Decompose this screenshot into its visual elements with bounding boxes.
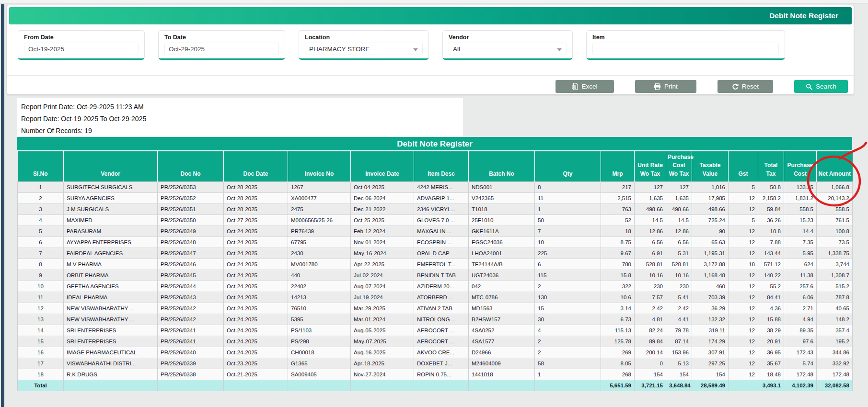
excel-button-label: Excel — [581, 83, 597, 90]
table-cell: 6.56 — [666, 237, 692, 248]
excel-button[interactable]: Excel — [556, 80, 614, 93]
table-cell: 58 — [535, 358, 601, 369]
table-cell: 11 — [18, 292, 64, 303]
table-cell: PR/2526/0345 — [158, 270, 224, 281]
table-cell: 9.67 — [601, 248, 635, 259]
table-cell: EGSC24036 — [469, 237, 535, 248]
search-button[interactable]: Search — [794, 80, 848, 93]
table-row: 1SURGITECH SURGICALSPR/2526/0353Oct-28-2… — [18, 182, 853, 193]
table-cell: 5.95 — [784, 248, 817, 259]
reset-button[interactable]: Reset — [718, 80, 773, 93]
vendor-select[interactable]: All — [449, 43, 567, 55]
table-cell: AKVOO CRE... — [414, 347, 469, 358]
item-input[interactable] — [592, 43, 779, 55]
table-cell: PR/2526/0353 — [158, 182, 224, 193]
table-cell: 10 — [18, 281, 64, 292]
location-label: Location — [305, 34, 423, 41]
table-cell: 100.8 — [817, 226, 853, 237]
table-cell: 571.12 — [758, 259, 784, 270]
table-cell: 79.78 — [666, 325, 692, 336]
table-cell: 12 — [729, 347, 758, 358]
from-date-input[interactable]: Oct-19-2025 — [24, 43, 139, 55]
search-icon — [806, 83, 812, 90]
table-cell: 13 — [18, 314, 64, 325]
table-cell: 12 — [729, 281, 758, 292]
table-cell: Oct-24-2025 — [224, 336, 288, 347]
table-cell: ORBIT PHARMA — [64, 270, 158, 281]
table-cell: CH00018 — [288, 347, 351, 358]
table-cell: Oct-24-2025 — [224, 237, 288, 248]
table-cell: B2HSW157 — [469, 314, 535, 325]
table-cell: 2,158.2 — [758, 193, 784, 204]
table-cell: PR/2526/0352 — [158, 193, 224, 204]
table-cell: 230 — [635, 281, 666, 292]
table-cell: 140.22 — [758, 270, 784, 281]
print-button[interactable]: Print — [635, 80, 696, 93]
table-cell: 12 — [729, 237, 758, 248]
table-cell: 1441018 — [469, 369, 535, 380]
column-header-invoice-no: Invoice No — [288, 151, 351, 182]
reset-button-label: Reset — [742, 83, 759, 90]
table-cell: 2 — [535, 336, 601, 347]
table-cell: 132.32 — [692, 314, 729, 325]
table-cell: MAXGALIN ... — [414, 226, 469, 237]
table-cell: NITROLONG ... — [414, 314, 469, 325]
table-cell: PR76439 — [288, 226, 351, 237]
data-table: Sl.NoVendorDoc NoDoc DateInvoice NoInvoi… — [17, 151, 853, 391]
table-cell: Oct-04-2025 — [351, 182, 414, 193]
table-cell: ATIVAN 2 TAB — [414, 303, 469, 314]
table-cell: PARASURAM — [64, 226, 158, 237]
table-cell: 153.96 — [666, 347, 692, 358]
table-row: 14SRI ENTERPRISESPR/2526/0341Oct-24-2025… — [18, 325, 853, 336]
table-row: 11IDEAL PHARMAPR/2526/0343Oct-24-2025142… — [18, 292, 853, 303]
table-cell: MTC-0786 — [469, 292, 535, 303]
table-cell: LHOA24001 — [469, 248, 535, 259]
table-cell: PR/2526/0350 — [158, 215, 224, 226]
table-cell: 3.14 — [601, 303, 635, 314]
table-cell: 2,515 — [601, 193, 635, 204]
table-cell: PR/2526/0344 — [158, 281, 224, 292]
table-cell: 154 — [666, 369, 692, 380]
to-date-input[interactable]: Oct-29-2025 — [164, 43, 279, 55]
table-cell: 257.6 — [784, 281, 817, 292]
table-cell: SRI ENTERPRISES — [64, 325, 158, 336]
table-cell: Aug-07-2024 — [351, 281, 414, 292]
table-cell: Oct-23-2025 — [224, 358, 288, 369]
table-cell: NEW VISWABHARATHY ... — [64, 303, 158, 314]
table-cell: 319.11 — [692, 325, 729, 336]
location-value: PHARMACY STORE — [309, 45, 370, 53]
table-cell: 3 — [18, 204, 64, 215]
table-cell: AEROCORT ... — [414, 336, 469, 347]
table-cell: 2430 — [288, 248, 351, 259]
table-cell: 4.81 — [635, 314, 666, 325]
table-cell: 1,635 — [635, 193, 666, 204]
record-count-value: 19 — [84, 127, 92, 135]
table-cell: 97.6 — [784, 336, 817, 347]
table-cell: 25F1010 — [469, 215, 535, 226]
total-cell: 28,589.49 — [692, 380, 729, 391]
table-cell: 0 — [635, 358, 666, 369]
filters-row: From Date Oct-19-2025 To Date Oct-29-202… — [7, 26, 854, 60]
table-cell: 787.8 — [817, 292, 853, 303]
table-cell: 36.29 — [692, 303, 729, 314]
total-cell — [535, 380, 601, 391]
table-cell: 7.88 — [758, 237, 784, 248]
column-header-invoice-date: Invoice Date — [351, 151, 414, 182]
total-cell — [351, 380, 414, 391]
table-cell: Oct-24-2025 — [224, 325, 288, 336]
table-cell: 4 — [18, 215, 64, 226]
table-cell: ADVAGRIP 1... — [414, 193, 469, 204]
table-cell: 1,168.48 — [692, 270, 729, 281]
table-cell: 115.13 — [601, 325, 635, 336]
table-row: 10GEETHA AGENCIESPR/2526/0344Oct-24-2025… — [18, 281, 853, 292]
table-cell: 307.91 — [692, 347, 729, 358]
table-cell: DOXEBET J... — [414, 358, 469, 369]
table-cell: PR/2526/0348 — [158, 237, 224, 248]
total-cell — [729, 380, 758, 391]
table-cell: IMAGE PHARMACEUTICAL — [64, 347, 158, 358]
table-cell: 6.56 — [635, 237, 666, 248]
location-select[interactable]: PHARMACY STORE — [305, 43, 423, 55]
table-cell: 50 — [535, 215, 601, 226]
table-cell: IDEAL PHARMA — [64, 292, 158, 303]
total-cell: 3,493.1 — [758, 380, 784, 391]
